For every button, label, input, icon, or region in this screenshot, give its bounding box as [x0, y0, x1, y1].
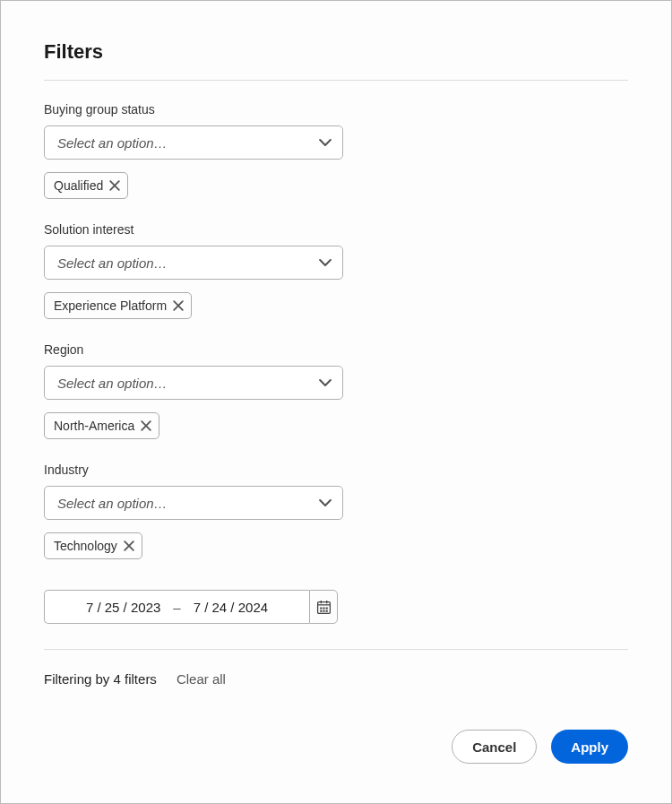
close-icon[interactable] [173, 300, 184, 311]
buying-group-label: Buying group status [44, 102, 628, 117]
date-range-input[interactable]: 7 / 25 / 2023 – 7 / 24 / 2024 [44, 590, 309, 624]
tag-label: Technology [54, 539, 117, 553]
svg-rect-8 [323, 609, 324, 611]
svg-rect-5 [323, 607, 324, 609]
divider-bottom [44, 649, 628, 650]
tag-north-america: North-America [44, 412, 159, 439]
filter-group-industry: Industry Select an option… Technology [44, 463, 628, 559]
close-icon[interactable] [124, 540, 134, 551]
chevron-down-icon [319, 136, 332, 149]
button-row: Cancel Apply [452, 730, 628, 764]
filter-group-buying-group: Buying group status Select an option… Qu… [44, 102, 628, 199]
solution-interest-dropdown[interactable]: Select an option… [44, 246, 343, 280]
tag-qualified: Qualified [44, 172, 128, 199]
tag-label: Experience Platform [54, 298, 167, 313]
svg-rect-6 [325, 607, 327, 609]
dropdown-placeholder: Select an option… [57, 496, 168, 511]
footer-row: Filtering by 4 filters Clear all [44, 671, 628, 687]
clear-all-button[interactable]: Clear all [177, 671, 226, 687]
dropdown-placeholder: Select an option… [57, 135, 168, 151]
region-dropdown[interactable]: Select an option… [44, 366, 343, 400]
buying-group-dropdown[interactable]: Select an option… [44, 125, 343, 160]
panel-title: Filters [44, 40, 628, 64]
date-picker-button[interactable] [309, 590, 338, 624]
date-end: 7 / 24 / 2024 [194, 600, 268, 615]
filter-group-region: Region Select an option… North-America [44, 342, 628, 439]
chevron-down-icon [319, 256, 332, 269]
filters-panel: Filters Buying group status Select an op… [0, 0, 672, 804]
date-dash: – [173, 600, 180, 615]
tag-experience-platform: Experience Platform [44, 292, 192, 319]
svg-rect-4 [320, 607, 322, 609]
industry-label: Industry [44, 463, 628, 477]
filter-group-solution-interest: Solution interest Select an option… Expe… [44, 222, 628, 319]
chevron-down-icon [319, 497, 332, 509]
close-icon[interactable] [109, 180, 120, 191]
industry-dropdown[interactable]: Select an option… [44, 486, 343, 520]
close-icon[interactable] [141, 420, 151, 431]
cancel-button[interactable]: Cancel [452, 730, 537, 764]
divider [44, 80, 628, 81]
dropdown-placeholder: Select an option… [57, 376, 168, 391]
svg-rect-7 [320, 609, 322, 611]
chevron-down-icon [319, 376, 332, 389]
tag-technology: Technology [44, 532, 142, 559]
tag-label: North-America [54, 419, 134, 433]
dropdown-placeholder: Select an option… [57, 255, 168, 271]
solution-interest-label: Solution interest [44, 222, 628, 237]
filter-count-text: Filtering by 4 filters [44, 671, 157, 687]
apply-button[interactable]: Apply [551, 730, 628, 764]
region-label: Region [44, 342, 628, 357]
svg-rect-9 [325, 609, 327, 611]
calendar-icon [316, 600, 332, 615]
date-start: 7 / 25 / 2023 [86, 600, 160, 615]
date-range-row: 7 / 25 / 2023 – 7 / 24 / 2024 [44, 590, 628, 624]
tag-label: Qualified [54, 178, 103, 193]
